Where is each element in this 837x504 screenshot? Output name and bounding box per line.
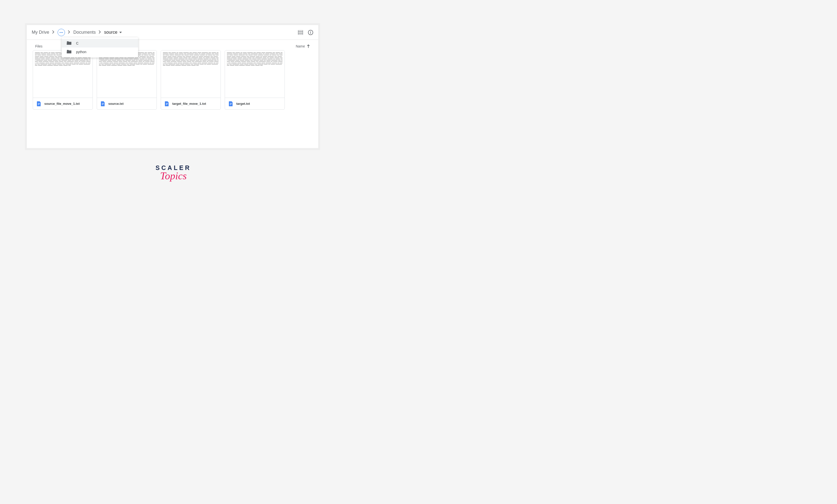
document-icon — [101, 101, 105, 106]
svg-rect-11 — [38, 105, 39, 105]
svg-point-2 — [62, 32, 63, 33]
folder-icon — [67, 41, 72, 46]
sort-label: Name — [296, 44, 305, 48]
chevron-right-icon — [68, 30, 70, 35]
svg-rect-14 — [102, 105, 103, 105]
brand-logo: SCALER Topics — [156, 164, 191, 182]
file-name: target_file_move_1.txt — [172, 102, 206, 106]
breadcrumb-dropdown: C python — [62, 37, 138, 57]
files-grid: ▬▬▬▬▬▬▬▬ ▬▬▬▬ ▬▬▬▬▬▬▬ ▬▬▬ ▬▬▬▬▬▬ ▬▬▬▬▬▬▬… — [27, 50, 318, 110]
svg-rect-3 — [298, 30, 303, 35]
file-name: source_file_move_1.txt — [44, 102, 80, 106]
svg-rect-15 — [166, 103, 168, 103]
breadcrumb-overflow-button[interactable] — [58, 29, 65, 36]
list-view-button[interactable] — [298, 30, 303, 35]
svg-point-1 — [61, 32, 61, 33]
file-footer: target.txt — [225, 98, 285, 109]
chevron-right-icon — [52, 30, 55, 35]
folder-icon — [67, 50, 72, 54]
document-icon — [229, 101, 233, 106]
file-thumbnail: ▬▬▬▬▬▬▬▬ ▬▬▬▬ ▬▬▬▬▬▬▬ ▬▬▬ ▬▬▬▬▬▬ ▬▬▬▬▬▬▬… — [161, 50, 220, 98]
dropdown-item-label: python — [76, 50, 86, 54]
file-card[interactable]: ▬▬▬▬▬▬▬▬ ▬▬▬▬ ▬▬▬▬▬▬▬ ▬▬▬ ▬▬▬▬▬▬ ▬▬▬▬▬▬▬… — [225, 50, 285, 110]
document-icon — [37, 101, 41, 106]
svg-point-0 — [59, 32, 60, 33]
info-button[interactable] — [308, 30, 313, 35]
toolbar: My Drive Documents source — [27, 25, 318, 40]
toolbar-actions — [298, 30, 313, 35]
document-icon — [165, 101, 169, 106]
caret-down-icon — [119, 32, 122, 33]
drive-window: My Drive Documents source — [25, 23, 320, 150]
file-footer: source.txt — [97, 98, 157, 109]
arrow-up-icon — [307, 44, 310, 48]
breadcrumb-documents[interactable]: Documents — [73, 30, 96, 35]
chevron-right-icon — [99, 30, 101, 35]
file-name: source.txt — [108, 102, 124, 106]
dropdown-item-label: C — [76, 41, 78, 45]
breadcrumb-current[interactable]: source — [104, 30, 122, 35]
file-footer: target_file_move_1.txt — [161, 98, 220, 109]
svg-rect-8 — [310, 32, 311, 34]
file-card[interactable]: ▬▬▬▬▬▬▬▬ ▬▬▬▬ ▬▬▬▬▬▬▬ ▬▬▬ ▬▬▬▬▬▬ ▬▬▬▬▬▬▬… — [161, 50, 221, 110]
file-thumbnail: ▬▬▬▬▬▬▬▬ ▬▬▬▬ ▬▬▬▬▬▬▬ ▬▬▬ ▬▬▬▬▬▬ ▬▬▬▬▬▬▬… — [225, 50, 285, 98]
breadcrumb-root[interactable]: My Drive — [32, 30, 49, 35]
svg-rect-18 — [230, 103, 232, 103]
section-title: Files — [35, 44, 42, 48]
dropdown-item-python[interactable]: python — [62, 48, 138, 56]
file-name: target.txt — [236, 102, 250, 106]
dropdown-item-c[interactable]: C — [62, 39, 138, 48]
svg-point-7 — [310, 31, 311, 32]
file-card[interactable]: ▬▬▬▬▬▬▬▬ ▬▬▬▬ ▬▬▬▬▬▬▬ ▬▬▬ ▬▬▬▬▬▬ ▬▬▬▬▬▬▬… — [33, 50, 93, 110]
svg-rect-9 — [38, 103, 40, 103]
brand-line2: Topics — [156, 170, 191, 182]
file-footer: source_file_move_1.txt — [33, 98, 92, 109]
svg-rect-20 — [230, 105, 231, 105]
sort-button[interactable]: Name — [296, 44, 310, 48]
breadcrumb: My Drive Documents source — [32, 29, 122, 36]
svg-rect-17 — [166, 105, 167, 105]
file-card[interactable]: ▬▬▬▬▬▬▬▬ ▬▬▬▬ ▬▬▬▬▬▬▬ ▬▬▬ ▬▬▬▬▬▬ ▬▬▬▬▬▬▬… — [97, 50, 157, 110]
breadcrumb-current-label: source — [104, 30, 118, 35]
svg-rect-12 — [102, 103, 104, 103]
